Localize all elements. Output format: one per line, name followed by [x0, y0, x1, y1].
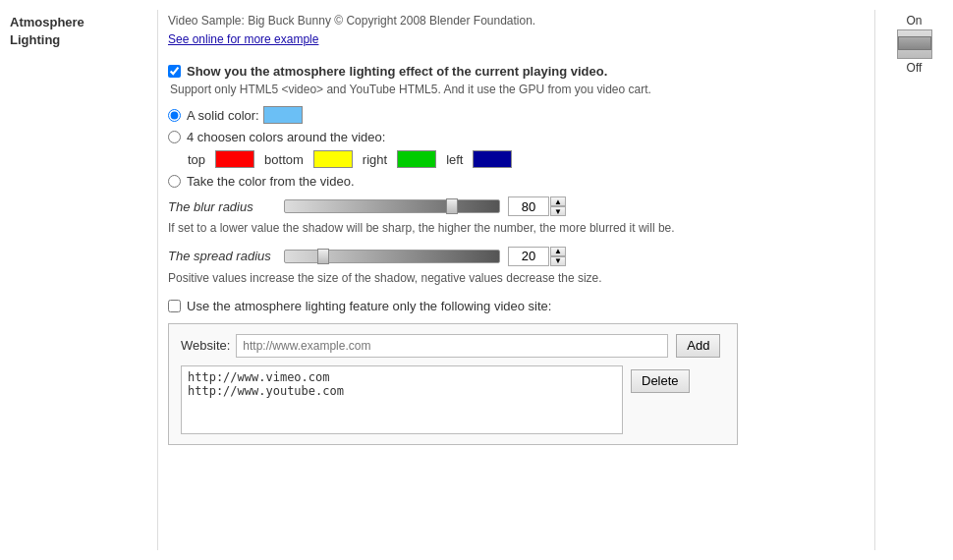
bottom-color-box[interactable]: [313, 150, 353, 168]
left-color-box[interactable]: [473, 150, 512, 168]
website-list-row: http://www.vimeo.com http://www.youtube.…: [181, 365, 725, 434]
toggle-switch[interactable]: [897, 29, 932, 59]
radio-four-colors[interactable]: [168, 131, 181, 143]
radio-four-colors-label[interactable]: 4 choosen colors around the video:: [187, 130, 385, 144]
spread-radius-down[interactable]: ▼: [550, 256, 566, 266]
main-checkbox[interactable]: [168, 65, 181, 78]
section-title: Atmosphere Lighting: [10, 14, 147, 49]
spread-radius-thumb[interactable]: [317, 249, 329, 264]
website-checkbox-label[interactable]: Use the atmosphere lighting feature only…: [187, 299, 551, 313]
solid-color-box[interactable]: [263, 106, 303, 124]
off-label: Off: [907, 61, 923, 75]
blur-radius-label: The blur radius: [168, 199, 276, 214]
support-text: Support only HTML5 <video> and YouTube H…: [170, 83, 865, 96]
website-input[interactable]: [236, 334, 668, 358]
website-section: Use the atmosphere lighting feature only…: [168, 299, 865, 445]
radio-solid-color[interactable]: [168, 109, 181, 122]
radio-group: A solid color: 4 choosen colors around t…: [168, 106, 865, 189]
right-panel: On Off: [874, 10, 953, 550]
spread-radius-hint: Positive values increase the size of the…: [168, 270, 865, 287]
main-checkbox-row: Show you the atmosphere lighting effect …: [168, 64, 865, 79]
bottom-label: bottom: [264, 152, 304, 167]
top-color-box[interactable]: [215, 150, 254, 168]
radio-from-video-row: Take the color from the video.: [168, 174, 865, 189]
blur-radius-down[interactable]: ▼: [550, 206, 566, 216]
website-input-row: Website: Add: [181, 334, 725, 358]
add-button[interactable]: Add: [676, 334, 720, 358]
spread-radius-spinner-buttons: ▲ ▼: [550, 247, 566, 266]
radio-from-video[interactable]: [168, 175, 181, 188]
radio-solid-color-label[interactable]: A solid color:: [187, 108, 259, 123]
blur-radius-input[interactable]: [508, 196, 549, 216]
website-textarea[interactable]: http://www.vimeo.com http://www.youtube.…: [181, 365, 623, 434]
spread-radius-up[interactable]: ▲: [550, 247, 566, 256]
video-sample-text: Video Sample: Big Buck Bunny © Copyright…: [168, 14, 865, 28]
left-label: left: [446, 152, 463, 167]
spread-radius-slider[interactable]: [284, 250, 500, 263]
website-checkbox[interactable]: [168, 300, 181, 312]
radio-solid-color-row: A solid color:: [168, 106, 865, 124]
right-label: right: [363, 152, 387, 167]
spread-radius-row: The spread radius ▲ ▼: [168, 247, 865, 266]
spread-radius-spinner: ▲ ▼: [508, 247, 566, 266]
four-colors-row: top bottom right left: [188, 150, 865, 168]
delete-button[interactable]: Delete: [631, 369, 690, 393]
toggle-thumb: [898, 36, 931, 50]
blur-radius-spinner: ▲ ▼: [508, 196, 566, 216]
blur-radius-row: The blur radius ▲ ▼: [168, 196, 865, 216]
top-label: top: [188, 152, 205, 167]
see-online-link[interactable]: See online for more example: [168, 32, 318, 46]
blur-radius-spinner-buttons: ▲ ▼: [550, 196, 566, 216]
right-color-box[interactable]: [397, 150, 436, 168]
radio-from-video-label[interactable]: Take the color from the video.: [187, 174, 355, 189]
on-label: On: [906, 14, 922, 28]
blur-radius-slider[interactable]: [284, 199, 500, 213]
blur-radius-up[interactable]: ▲: [550, 196, 566, 206]
website-box: Website: Add http://www.vimeo.com http:/…: [168, 323, 738, 445]
website-checkbox-row: Use the atmosphere lighting feature only…: [168, 299, 865, 313]
blur-radius-hint: If set to a lower value the shadow will …: [168, 220, 865, 237]
main-checkbox-label[interactable]: Show you the atmosphere lighting effect …: [187, 64, 607, 79]
website-label: Website:: [181, 338, 230, 353]
spread-radius-label: The spread radius: [168, 249, 276, 263]
spread-radius-input[interactable]: [508, 247, 549, 266]
blur-radius-thumb[interactable]: [446, 198, 458, 214]
radio-four-colors-row: 4 choosen colors around the video:: [168, 130, 865, 144]
